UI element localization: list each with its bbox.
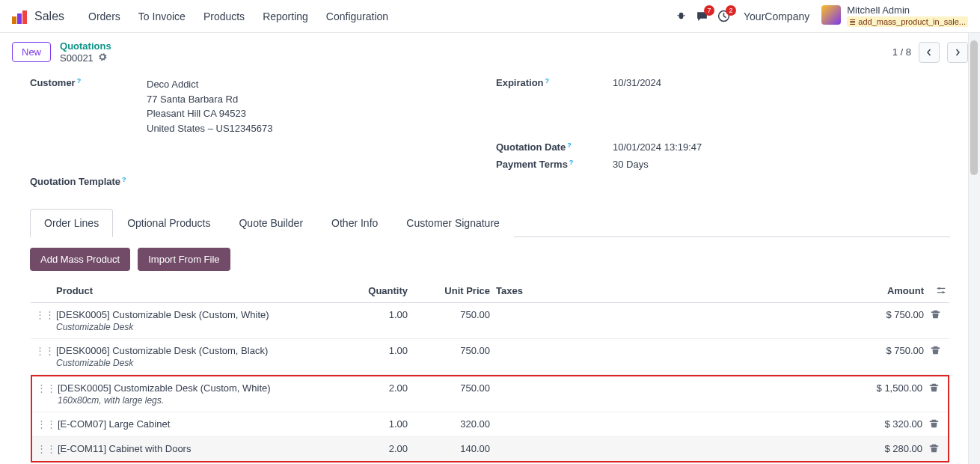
line-amount: $ 750.00: [842, 309, 924, 320]
pager-next[interactable]: [947, 42, 968, 63]
col-taxes[interactable]: Taxes: [490, 285, 565, 296]
order-line-row[interactable]: ⋮⋮ [DESK0005] Customizable Desk (Custom,…: [31, 303, 949, 339]
pager-text[interactable]: 1 / 8: [892, 46, 911, 58]
tab-customer-signature[interactable]: Customer Signature: [392, 209, 514, 237]
line-amount: $ 750.00: [842, 345, 924, 356]
label-quote-date: Quotation Date?: [496, 141, 601, 153]
tab-optional-products[interactable]: Optional Products: [113, 209, 224, 237]
value-template[interactable]: [147, 176, 484, 187]
line-qty[interactable]: 2.00: [333, 443, 408, 454]
line-amount: $ 280.00: [840, 443, 922, 454]
breadcrumb-current: S00021: [60, 52, 94, 64]
product-desc: 160x80cm, with large legs.: [58, 395, 333, 406]
line-qty[interactable]: 1.00: [333, 418, 408, 430]
nav-products[interactable]: Products: [195, 10, 254, 22]
order-line-row[interactable]: ⋮⋮ [DESK0006] Customizable Desk (Custom,…: [31, 339, 949, 375]
order-line-row[interactable]: ⋮⋮ [DESK0005] Customizable Desk (Custom,…: [32, 376, 948, 412]
customer-addr1: 77 Santa Barbara Rd: [147, 92, 484, 107]
nav-orders[interactable]: Orders: [79, 10, 129, 22]
line-amount: $ 1,500.00: [840, 382, 922, 394]
vertical-scrollbar[interactable]: [968, 33, 980, 464]
messages-badge: 7: [704, 5, 714, 16]
order-line-row[interactable]: ⋮⋮ [E-COM11] Cabinet with Doors 2.00 140…: [32, 437, 948, 461]
column-settings-icon[interactable]: [924, 285, 946, 296]
delete-line-icon[interactable]: [922, 418, 945, 430]
help-icon[interactable]: ?: [545, 77, 550, 85]
drag-handle-icon[interactable]: ⋮⋮: [34, 345, 56, 356]
line-price[interactable]: 320.00: [408, 418, 490, 430]
messages-icon[interactable]: 7: [696, 10, 708, 22]
col-quantity[interactable]: Quantity: [333, 285, 408, 296]
bug-icon[interactable]: [676, 10, 687, 22]
col-amount[interactable]: Amount: [842, 285, 924, 296]
user-name[interactable]: Mitchell Admin: [847, 5, 968, 16]
label-customer: Customer?: [30, 77, 135, 135]
line-qty[interactable]: 1.00: [333, 309, 408, 320]
delete-line-icon[interactable]: [924, 309, 946, 321]
customer-addr3: United States – US12345673: [147, 121, 484, 136]
product-desc: Customizable Desk: [56, 358, 333, 368]
tab-quote-builder[interactable]: Quote Builder: [224, 209, 317, 237]
delete-line-icon[interactable]: [922, 443, 945, 455]
col-product[interactable]: Product: [56, 285, 333, 296]
help-icon[interactable]: ?: [567, 141, 572, 149]
line-price[interactable]: 750.00: [408, 345, 490, 356]
activities-icon[interactable]: 2: [717, 10, 730, 22]
new-button[interactable]: New: [12, 42, 51, 62]
nav-reporting[interactable]: Reporting: [254, 10, 317, 22]
order-line-row[interactable]: ⋮⋮ [E-COM07] Large Cabinet 1.00 320.00 $…: [32, 412, 948, 437]
help-icon[interactable]: ?: [77, 77, 82, 85]
pager-prev[interactable]: [919, 42, 940, 63]
avatar[interactable]: [821, 5, 841, 25]
drag-handle-icon[interactable]: ⋮⋮: [34, 309, 56, 320]
line-price[interactable]: 750.00: [408, 309, 490, 320]
product-name[interactable]: [DESK0005] Customizable Desk (Custom, Wh…: [58, 382, 333, 394]
product-name[interactable]: [E-COM11] Cabinet with Doors: [58, 443, 333, 454]
svg-point-2: [942, 291, 944, 293]
breadcrumb-quotations[interactable]: Quotations: [60, 40, 111, 52]
help-icon[interactable]: ?: [569, 159, 574, 166]
product-name[interactable]: [DESK0005] Customizable Desk (Custom, Wh…: [56, 309, 333, 320]
label-expiration: Expiration?: [496, 77, 601, 135]
help-icon[interactable]: ?: [122, 176, 126, 183]
line-price[interactable]: 750.00: [408, 382, 490, 394]
app-title[interactable]: Sales: [34, 10, 64, 23]
value-quote-date[interactable]: 10/01/2024 13:19:47: [613, 141, 950, 153]
product-name[interactable]: [DESK0006] Customizable Desk (Custom, Bl…: [56, 345, 333, 356]
drag-handle-icon[interactable]: ⋮⋮: [35, 443, 58, 454]
gear-icon[interactable]: [98, 52, 107, 64]
drag-handle-icon[interactable]: ⋮⋮: [35, 382, 58, 394]
col-unit-price[interactable]: Unit Price: [408, 285, 490, 296]
value-expiration[interactable]: 10/31/2024: [613, 77, 950, 135]
line-price[interactable]: 140.00: [408, 443, 490, 454]
product-desc: Customizable Desk: [56, 322, 333, 332]
drag-handle-icon[interactable]: ⋮⋮: [35, 418, 58, 430]
highlighted-rows: ⋮⋮ [DESK0005] Customizable Desk (Custom,…: [31, 375, 949, 463]
delete-line-icon[interactable]: [924, 345, 946, 357]
add-mass-product-button[interactable]: Add Mass Product: [30, 248, 130, 271]
import-from-file-button[interactable]: Import From File: [138, 248, 230, 271]
user-file-indicator[interactable]: ≣ add_mass_product_in_sale...: [847, 16, 968, 27]
product-name[interactable]: [E-COM07] Large Cabinet: [58, 418, 333, 430]
line-amount: $ 320.00: [840, 418, 922, 430]
app-logo[interactable]: [12, 9, 27, 24]
activities-badge: 2: [726, 5, 736, 16]
customer-addr2: Pleasant Hill CA 94523: [147, 106, 484, 121]
line-qty[interactable]: 1.00: [333, 345, 408, 356]
label-template: Quotation Template?: [30, 176, 135, 187]
svg-point-1: [938, 287, 940, 290]
tab-other-info[interactable]: Other Info: [317, 209, 392, 237]
nav-to-invoice[interactable]: To Invoice: [129, 10, 195, 22]
delete-line-icon[interactable]: [922, 382, 945, 394]
line-qty[interactable]: 2.00: [333, 382, 408, 394]
tab-order-lines[interactable]: Order Lines: [30, 209, 113, 237]
label-terms: Payment Terms?: [496, 159, 601, 170]
nav-configuration[interactable]: Configuration: [317, 10, 397, 22]
value-terms[interactable]: 30 Days: [613, 159, 950, 170]
customer-name[interactable]: Deco Addict: [147, 77, 484, 92]
company-selector[interactable]: YourCompany: [744, 10, 809, 22]
